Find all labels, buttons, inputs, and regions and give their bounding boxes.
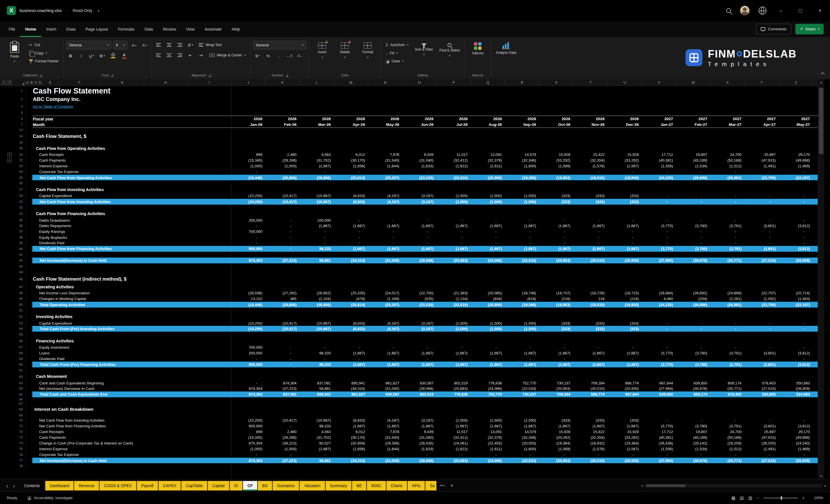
cell-X74[interactable]: (29,259) (710, 441, 745, 445)
cell-J40[interactable]: 900,000 (231, 247, 266, 251)
row-header-35[interactable]: 35 (14, 217, 26, 223)
cell-Q29[interactable]: (1,500) (471, 194, 505, 198)
cell-O42[interactable]: (28,068) (403, 258, 437, 262)
row-label-48[interactable]: Net Income Less Depreciation (26, 291, 231, 295)
cell-M63[interactable]: 895,941 (334, 381, 369, 385)
cell-Q60[interactable]: (1,667) (471, 363, 505, 367)
cell-X39[interactable]: - (710, 241, 745, 245)
cell-W71[interactable]: (3,780) (676, 424, 710, 428)
cell-W42[interactable]: (30,676) (676, 258, 710, 262)
cell-Q37[interactable]: - (471, 229, 505, 234)
cell-M49[interactable]: (479) (334, 296, 369, 301)
cell-L42[interactable]: 58,861 (300, 258, 334, 262)
cell-V23[interactable]: (1,556) (642, 164, 676, 168)
cell-Q22[interactable]: (32,379) (471, 158, 505, 162)
cell-N70[interactable]: (4,167) (368, 418, 403, 422)
increase-indent-button[interactable]: ⇥ (197, 51, 205, 60)
cell-R7[interactable]: Sep-26 (505, 122, 539, 127)
cell-J36[interactable]: - (231, 224, 266, 228)
cell-K60[interactable]: - (265, 363, 300, 367)
cell-M57[interactable]: - (334, 345, 369, 350)
cell-N50[interactable]: (25,207) (368, 303, 403, 307)
cell-P7[interactable]: Jul-26 (437, 122, 471, 127)
cell-K59[interactable]: - (265, 357, 300, 361)
cell-L59[interactable]: - (300, 357, 334, 361)
cell-W59[interactable]: - (676, 357, 710, 361)
cell-S48[interactable]: (18,737) (539, 291, 574, 295)
cell-Y53[interactable]: - (745, 321, 779, 325)
row-label-52[interactable]: Investing Activities (26, 315, 231, 319)
cell-Z53[interactable]: - (779, 321, 813, 325)
cell-N77[interactable]: (31,040) (368, 458, 403, 463)
cell-T57[interactable]: - (573, 345, 608, 350)
alignment-dialog-launcher-icon[interactable] (208, 74, 211, 77)
cell-K48[interactable]: (27,292) (265, 291, 300, 295)
cell-P23[interactable]: (1,622) (437, 164, 471, 168)
cell-W29[interactable]: - (676, 194, 710, 198)
cell-T36[interactable]: (1,667) (573, 224, 608, 228)
cell-R36[interactable]: (1,667) (505, 224, 539, 228)
cell-K76[interactable]: - (265, 452, 300, 457)
cell-X57[interactable]: - (710, 345, 745, 350)
row-label-35[interactable]: Debts Drawdowns (26, 218, 231, 222)
cell-U48[interactable]: (18,715) (608, 291, 642, 295)
cell-R50[interactable]: (19,366) (505, 303, 539, 307)
cell-W72[interactable]: 19,807 (676, 430, 710, 434)
cell-O64[interactable]: (28,068) (403, 386, 437, 391)
sheet-tab-so[interactable]: So (425, 481, 437, 490)
cell-W19[interactable]: 19,807 (676, 153, 710, 157)
maximize-button[interactable]: □ (795, 8, 806, 13)
cell-Y49[interactable]: (1,002) (745, 296, 779, 301)
cell-L24[interactable]: - (300, 169, 334, 174)
cell-S25[interactable]: (18,953) (539, 175, 574, 180)
column-header-P[interactable]: P (437, 80, 471, 86)
cell-K31[interactable]: (10,417) (265, 200, 300, 204)
search-icon[interactable] (726, 8, 731, 13)
cell-U60[interactable]: (1,667) (608, 363, 642, 367)
sort-filter-button[interactable]: Sort & Filter▾ (413, 41, 435, 58)
column-header-T[interactable]: T (573, 80, 608, 86)
cell-M71[interactable]: (1,667) (334, 424, 369, 428)
cell-T23[interactable]: (1,578) (573, 164, 608, 168)
cell-Z74[interactable]: (24,540) (779, 441, 813, 445)
cell-J25[interactable]: (15,446) (231, 175, 266, 180)
cell-T40[interactable]: (1,667) (573, 247, 608, 251)
cell-M53[interactable]: (6,833) (334, 321, 369, 325)
cell-W75[interactable]: (1,534) (676, 447, 710, 451)
row-label-16[interactable]: Cash Flow from Operating Activities (26, 146, 231, 151)
cell-R22[interactable]: (32,346) (505, 158, 539, 162)
cell-Q71[interactable]: (1,667) (471, 424, 505, 428)
column-header-Z[interactable]: Z (779, 80, 813, 86)
cell-W49[interactable]: (204) (676, 296, 710, 301)
cell-T38[interactable]: - (573, 235, 608, 240)
cell-W60[interactable]: (3,780) (676, 363, 710, 367)
cell-W63[interactable]: 639,850 (676, 381, 710, 385)
cell-O57[interactable]: - (403, 345, 437, 350)
cell-W65[interactable]: 609,174 (676, 392, 710, 397)
cell-J54[interactable]: (10,250) (231, 327, 266, 331)
menu-tab-home[interactable]: Home (20, 21, 41, 37)
cell-Y6[interactable]: 2027 (745, 117, 779, 121)
cell-P72[interactable]: 11,517 (437, 430, 471, 434)
row-label-36[interactable]: Debts Repayments (26, 224, 231, 228)
row-label-3[interactable]: Go to Table of Contents (26, 104, 231, 109)
cell-P31[interactable]: (1,500) (437, 200, 471, 204)
cell-T65[interactable]: 688,774 (573, 392, 608, 397)
cell-U7[interactable]: Dec-26 (608, 122, 642, 127)
row-label-57[interactable]: Equity Investment (26, 345, 231, 350)
sheet-tab-revenue[interactable]: Revenue (74, 481, 99, 490)
clear-button[interactable]: ◪Clear▾ (384, 57, 411, 65)
cell-J77[interactable]: 874,304 (231, 458, 266, 463)
scroll-up-icon[interactable]: ▲ (818, 80, 824, 85)
cell-Y63[interactable]: 578,403 (745, 381, 779, 385)
cell-Y29[interactable]: - (745, 194, 779, 198)
cell-X22[interactable]: (50,168) (710, 158, 745, 162)
sheet-nav-right-icon[interactable]: › (10, 482, 18, 489)
cell-T29[interactable]: (333) (573, 194, 608, 198)
cell-W23[interactable]: (1,534) (676, 164, 710, 168)
row-header-16[interactable]: 16 (14, 145, 26, 152)
more-sheets-button[interactable]: ••• (437, 484, 448, 488)
cell-T59[interactable]: - (573, 357, 608, 361)
cell-Q54[interactable]: (1,500) (471, 327, 505, 331)
cell-J19[interactable]: 899 (231, 153, 266, 157)
